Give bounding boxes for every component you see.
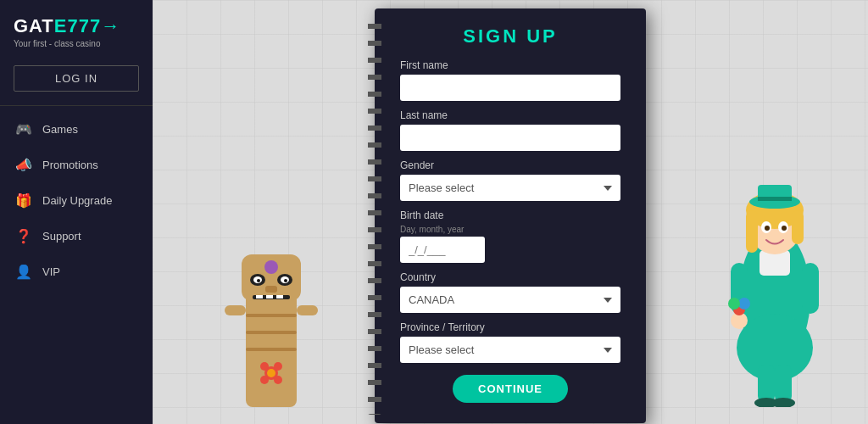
svg-point-20: [260, 362, 269, 371]
login-button[interactable]: LOG IN: [14, 65, 139, 92]
logo-subtitle: Your first - class casino: [14, 39, 139, 48]
country-label: Country: [400, 271, 620, 283]
svg-rect-30: [746, 210, 758, 253]
province-select[interactable]: Please select Ontario British Columbia Q…: [400, 337, 620, 363]
svg-point-48: [771, 398, 795, 407]
support-icon: ❓: [15, 227, 32, 244]
logo-area: GATE777→ Your first - class casino: [0, 0, 153, 57]
sidebar-item-label: Games: [42, 123, 78, 136]
svg-rect-11: [256, 295, 263, 298]
svg-rect-31: [792, 210, 804, 244]
sidebar-divider: [0, 105, 153, 106]
sidebar-item-label: Support: [42, 230, 81, 243]
last-name-label: Last name: [400, 109, 620, 121]
svg-point-22: [260, 376, 269, 384]
svg-rect-16: [246, 348, 297, 351]
gender-select[interactable]: Please select Male Female Other: [400, 175, 620, 201]
svg-rect-34: [758, 197, 792, 201]
province-group: Province / Territory Please select Ontar…: [400, 321, 620, 363]
birth-date-hint: Day, month, year: [400, 225, 620, 234]
sidebar-item-games[interactable]: 🎮 Games: [0, 111, 153, 147]
sidebar-item-support[interactable]: ❓ Support: [0, 218, 153, 254]
gender-label: Gender: [400, 159, 620, 171]
svg-point-7: [257, 279, 260, 282]
daily-upgrade-icon: 🎁: [15, 192, 32, 209]
signup-form: SIGN UP First name Last name Gender Plea…: [375, 8, 646, 423]
svg-point-8: [284, 279, 287, 282]
province-label: Province / Territory: [400, 321, 620, 333]
first-name-input[interactable]: [400, 75, 620, 101]
sidebar-item-label: Daily Upgrade: [42, 194, 112, 207]
svg-rect-17: [225, 305, 246, 315]
sidebar-item-vip[interactable]: 👤 VIP: [0, 254, 153, 289]
svg-point-24: [267, 369, 275, 377]
svg-rect-13: [276, 295, 283, 298]
first-name-label: First name: [400, 59, 620, 71]
svg-point-43: [738, 298, 750, 310]
logo-e: E777: [54, 15, 101, 36]
svg-rect-14: [246, 314, 297, 317]
logo-arrow: →: [101, 15, 120, 36]
sidebar-item-promotions[interactable]: 📣 Promotions: [0, 147, 153, 182]
continue-button[interactable]: CONTINUE: [453, 375, 568, 403]
svg-rect-9: [265, 286, 277, 293]
promotions-icon: 📣: [15, 156, 32, 173]
country-group: Country CANADA USA UK Australia: [400, 271, 620, 313]
birth-date-input[interactable]: [400, 237, 485, 263]
tiki-figure: [203, 170, 339, 424]
gender-group: Gender Please select Male Female Other: [400, 159, 620, 201]
country-select[interactable]: CANADA USA UK Australia: [400, 287, 620, 313]
svg-rect-15: [246, 331, 297, 334]
svg-rect-12: [266, 295, 273, 298]
logo: GATE777→: [14, 15, 139, 37]
last-name-group: Last name: [400, 109, 620, 151]
sidebar-item-label: VIP: [42, 265, 60, 278]
form-title: SIGN UP: [400, 25, 620, 47]
svg-rect-46: [775, 365, 792, 403]
birth-date-label: Birth date: [400, 209, 620, 221]
svg-point-38: [782, 226, 787, 231]
casino-character: [707, 85, 860, 424]
main-content: SIGN UP First name Last name Gender Plea…: [153, 0, 868, 424]
sidebar: GATE777→ Your first - class casino LOG I…: [0, 0, 153, 424]
last-name-input[interactable]: [400, 125, 620, 151]
games-icon: 🎮: [15, 120, 32, 137]
sidebar-item-daily-upgrade[interactable]: 🎁 Daily Upgrade: [0, 182, 153, 218]
svg-point-44: [728, 298, 740, 310]
svg-point-21: [274, 362, 282, 371]
logo-gate: GAT: [14, 15, 54, 36]
svg-rect-40: [802, 263, 819, 314]
svg-point-2: [264, 260, 278, 274]
first-name-group: First name: [400, 59, 620, 101]
vip-icon: 👤: [15, 263, 32, 280]
svg-rect-45: [758, 365, 775, 403]
svg-point-37: [765, 226, 770, 231]
svg-rect-18: [297, 305, 318, 315]
sidebar-item-label: Promotions: [42, 159, 98, 171]
birth-date-group: Birth date Day, month, year: [400, 209, 620, 263]
svg-point-23: [274, 376, 282, 384]
